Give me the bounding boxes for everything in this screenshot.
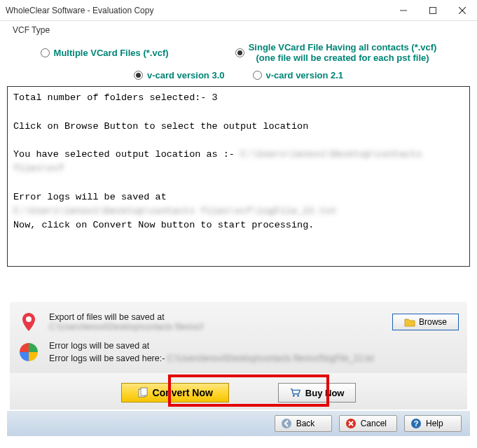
radio-label: v-card version 3.0 <box>147 70 225 80</box>
radio-multiple-vcard[interactable]: Multiple VCard Files (*.vcf) <box>41 48 169 58</box>
export-panel: Export of files will be saved at C:\User… <box>10 302 467 373</box>
footer-buttons: Back Cancel ? Help <box>7 411 470 436</box>
button-label: Cancel <box>361 419 387 428</box>
radio-label: Single VCard File Having all contacts (*… <box>249 42 437 52</box>
svg-rect-6 <box>141 388 147 396</box>
svg-point-8 <box>297 395 299 397</box>
cancel-button[interactable]: Cancel <box>339 415 397 432</box>
title-bar: WholeClear Software - Evaluation Copy <box>0 0 477 21</box>
error-log-path-line: Error logs will be saved here:- C:\Users… <box>49 354 459 363</box>
radio-vcard-v21[interactable]: v-card version 2.1 <box>253 70 344 80</box>
radio-label: v-card version 2.1 <box>266 70 344 80</box>
action-panel: Convert Now Buy Now <box>10 373 467 410</box>
log-line: You have selected output location as :- … <box>13 148 464 176</box>
window-controls <box>389 0 477 21</box>
minimize-button[interactable] <box>389 0 418 21</box>
radio-icon <box>41 48 50 57</box>
button-label: Back <box>296 419 315 428</box>
svg-rect-1 <box>430 7 436 13</box>
log-line: Now, click on Convert Now button to star… <box>13 218 464 232</box>
log-line: Click on Browse Button to select the out… <box>13 120 464 134</box>
vcf-type-options: Multiple VCard Files (*.vcf) Single VCar… <box>7 39 470 66</box>
location-pin-icon <box>18 312 39 332</box>
radio-icon <box>235 48 244 57</box>
vcf-type-label: VCF Type <box>7 24 470 39</box>
browse-button[interactable]: Browse <box>392 314 459 330</box>
convert-icon <box>137 387 148 398</box>
button-label: Browse <box>419 317 447 327</box>
svg-point-9 <box>282 419 291 428</box>
svg-point-4 <box>26 316 32 322</box>
back-arrow-icon <box>281 418 292 429</box>
radio-vcard-v3[interactable]: v-card version 3.0 <box>134 70 225 80</box>
buy-now-button[interactable]: Buy Now <box>278 383 357 402</box>
convert-now-button[interactable]: Convert Now <box>121 383 229 402</box>
radio-icon <box>134 71 143 80</box>
log-output: Total number of folders selected:- 3 Cli… <box>7 86 470 267</box>
maximize-button[interactable] <box>418 0 448 21</box>
folder-icon <box>404 316 415 328</box>
radio-single-vcard[interactable]: Single VCard File Having all contacts (*… <box>235 42 437 63</box>
help-button[interactable]: ? Help <box>404 415 462 432</box>
cart-icon <box>290 387 301 398</box>
window-title: WholeClear Software - Evaluation Copy <box>6 6 389 15</box>
log-line: C:\Users\lenovi\Desktop\contacts files\v… <box>13 204 464 218</box>
close-button[interactable] <box>448 0 477 21</box>
radio-icon <box>253 71 262 80</box>
help-icon: ? <box>410 418 422 429</box>
cancel-icon <box>345 418 357 429</box>
export-label: Export of files will be saved at <box>49 312 382 322</box>
radio-label: Multiple VCard Files (*.vcf) <box>54 48 169 58</box>
radio-sublabel: (one file will be created for each pst f… <box>249 52 437 63</box>
button-label: Help <box>426 419 443 428</box>
log-line: Error logs will be saved at <box>13 190 464 204</box>
pie-chart-icon <box>18 342 39 363</box>
error-log-label: Error logs will be saved at <box>49 341 459 351</box>
vcard-version-options: v-card version 3.0 v-card version 2.1 <box>7 66 470 86</box>
log-line: Total number of folders selected:- 3 <box>13 91 464 105</box>
button-label: Convert Now <box>153 387 213 398</box>
export-path: C:\Users\lenovi\Desktop\contacts files\v… <box>49 322 382 332</box>
svg-point-7 <box>293 395 295 397</box>
svg-text:?: ? <box>414 419 419 428</box>
back-button[interactable]: Back <box>275 415 332 432</box>
button-label: Buy Now <box>305 388 345 398</box>
